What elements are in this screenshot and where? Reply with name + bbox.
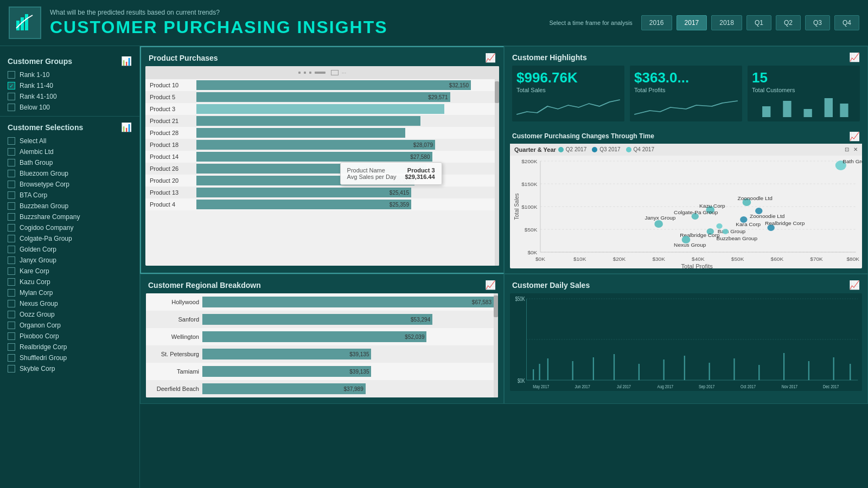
- product-bar-6: $27,580: [196, 152, 432, 162]
- customer-checkbox-18[interactable]: [8, 332, 15, 340]
- year-2018-button[interactable]: 2018: [711, 15, 742, 30]
- customer-checkbox-21[interactable]: [8, 365, 15, 373]
- rank-item-0[interactable]: Rank 1-10: [0, 69, 139, 80]
- year-2016-button[interactable]: 2016: [641, 15, 672, 30]
- ctrl6: ···: [342, 70, 346, 76]
- customer-item-5[interactable]: BTA Corp: [0, 190, 139, 201]
- regional-row-4: Tamiami $39,135: [146, 363, 498, 380]
- customer-item-15[interactable]: Nexus Group: [0, 298, 139, 309]
- rank-items-list: Rank 1-10 Rank 11-40 Rank 41-100 Below 1…: [0, 69, 139, 113]
- regional-name-1: Sanford: [150, 316, 199, 323]
- customer-item-14[interactable]: Mylan Corp: [0, 287, 139, 298]
- customer-item-2[interactable]: Bath Group: [0, 157, 139, 168]
- product-scrollbar[interactable]: [495, 79, 499, 266]
- regional-scrollbar[interactable]: [494, 293, 498, 397]
- customer-checkbox-16[interactable]: [8, 311, 15, 318]
- customer-label-9: Colgate-Pa Group: [20, 235, 72, 242]
- tooltip-sales-row: Avg Sales per Day $29,316.44: [347, 174, 435, 180]
- customer-checkbox-12[interactable]: [8, 267, 15, 275]
- rank-item-1[interactable]: Rank 11-40: [0, 80, 139, 91]
- customer-item-3[interactable]: Bluezoom Group: [0, 168, 139, 179]
- customer-checkbox-3[interactable]: [8, 170, 15, 177]
- customer-checkbox-17[interactable]: [8, 322, 15, 329]
- groups-icon: 📊: [121, 56, 132, 66]
- customer-item-16[interactable]: Oozz Group: [0, 309, 139, 320]
- customer-checkbox-4[interactable]: [8, 181, 15, 188]
- customer-checkbox-2[interactable]: [8, 159, 15, 166]
- customer-checkbox-10[interactable]: [8, 246, 15, 253]
- customer-item-13[interactable]: Kazu Corp: [0, 277, 139, 287]
- q4-button[interactable]: Q4: [834, 15, 859, 30]
- customer-item-6[interactable]: Buzzbean Group: [0, 201, 139, 211]
- product-bar-wrap-5: $28,079: [196, 140, 495, 150]
- regional-value-4: $39,135: [349, 369, 369, 375]
- regional-header: Customer Regional Breakdown 📈: [141, 274, 503, 293]
- customer-item-17[interactable]: Organon Corp: [0, 320, 139, 331]
- customer-item-4[interactable]: Browsetype Corp: [0, 179, 139, 190]
- q1-button[interactable]: Q1: [746, 15, 771, 30]
- customer-item-11[interactable]: Janyx Group: [0, 255, 139, 266]
- svg-rect-71: [733, 358, 735, 380]
- rank-item-3[interactable]: Below 100: [0, 102, 139, 113]
- svg-point-51: [723, 229, 729, 234]
- customer-item-7[interactable]: Buzzshare Company: [0, 211, 139, 222]
- customer-checkbox-14[interactable]: [8, 289, 15, 297]
- customer-checkbox-6[interactable]: [8, 202, 15, 210]
- product-rows-container: Product 10 $32,150 Product 5 $29,571 Pro…: [145, 79, 499, 210]
- highlights-icon: 📈: [849, 52, 860, 62]
- customer-item-0[interactable]: Select All: [0, 136, 139, 146]
- customer-item-10[interactable]: Golden Corp: [0, 244, 139, 255]
- customer-item-19[interactable]: Realbridge Corp: [0, 342, 139, 352]
- highlights-header: Customer Highlights 📈: [505, 47, 867, 66]
- customer-item-21[interactable]: Skyble Corp: [0, 363, 139, 374]
- customer-item-12[interactable]: Kare Corp: [0, 266, 139, 277]
- product-value-9: $25,415: [390, 190, 409, 196]
- customer-checkbox-11[interactable]: [8, 256, 15, 264]
- tooltip-name-row: Product Name Product 3: [347, 167, 435, 174]
- customer-checkbox-8[interactable]: [8, 224, 15, 232]
- customer-checkbox-9[interactable]: [8, 235, 15, 242]
- product-table: ··· Product 10 $32,150 Product 5 $29,571…: [145, 66, 499, 266]
- customer-checkbox-13[interactable]: [8, 278, 15, 286]
- customer-item-9[interactable]: Colgate-Pa Group: [0, 233, 139, 244]
- customer-checkbox-0[interactable]: [8, 137, 15, 145]
- customer-item-1[interactable]: Alembic Ltd: [0, 146, 139, 157]
- q3-button[interactable]: Q3: [805, 15, 830, 30]
- product-row-2: Product 3: [145, 103, 499, 115]
- customer-item-18[interactable]: Pixoboo Corp: [0, 331, 139, 342]
- svg-rect-68: [663, 359, 665, 380]
- rank-checkbox-3[interactable]: [8, 104, 15, 111]
- rank-checkbox-0[interactable]: [8, 71, 15, 79]
- year-2017-button[interactable]: 2017: [676, 15, 707, 30]
- customer-item-20[interactable]: Shuffledri Group: [0, 352, 139, 363]
- customer-label-8: Cogidoo Company: [20, 224, 73, 232]
- customer-checkbox-7[interactable]: [8, 213, 15, 221]
- customer-checkbox-5[interactable]: [8, 191, 15, 199]
- customer-checkbox-20[interactable]: [8, 354, 15, 362]
- customer-label-5: BTA Corp: [20, 191, 47, 199]
- rank-checkbox-1[interactable]: [8, 82, 15, 89]
- q2-button[interactable]: Q2: [776, 15, 801, 30]
- product-name-2: Product 3: [150, 106, 193, 112]
- regional-scrollbar-thumb[interactable]: [494, 296, 498, 317]
- tooltip-avg-value: $29,316.44: [405, 174, 435, 180]
- svg-text:Sep 2017: Sep 2017: [699, 384, 715, 389]
- product-value-10: $25,359: [390, 202, 409, 208]
- highlights-grid: $996.76K Total Sales $363.0... Total Pro…: [505, 66, 867, 127]
- product-row-6: Product 14 $27,580: [145, 151, 499, 163]
- customer-item-8[interactable]: Cogidoo Company: [0, 222, 139, 233]
- rank-checkbox-2[interactable]: [8, 93, 15, 100]
- svg-text:Zoonoodie Ltd: Zoonoodie Ltd: [750, 213, 784, 219]
- customer-items-list: Select All Alembic Ltd Bath Group Bluezo…: [0, 136, 139, 374]
- customer-checkbox-1[interactable]: [8, 148, 15, 156]
- product-scrollbar-thumb[interactable]: [495, 81, 499, 103]
- product-bar-wrap-3: [196, 116, 495, 126]
- scatter-chart-area: $200K $150K $100K $50K $0K $0K $10K $20K…: [510, 156, 862, 268]
- customer-checkbox-15[interactable]: [8, 300, 15, 307]
- q3-dot: [592, 147, 597, 152]
- svg-text:Dec 2017: Dec 2017: [823, 384, 839, 389]
- rank-item-2[interactable]: Rank 41-100: [0, 91, 139, 102]
- table-header-controls: ···: [145, 66, 499, 79]
- customer-checkbox-19[interactable]: [8, 343, 15, 351]
- svg-text:Aug 2017: Aug 2017: [658, 384, 674, 389]
